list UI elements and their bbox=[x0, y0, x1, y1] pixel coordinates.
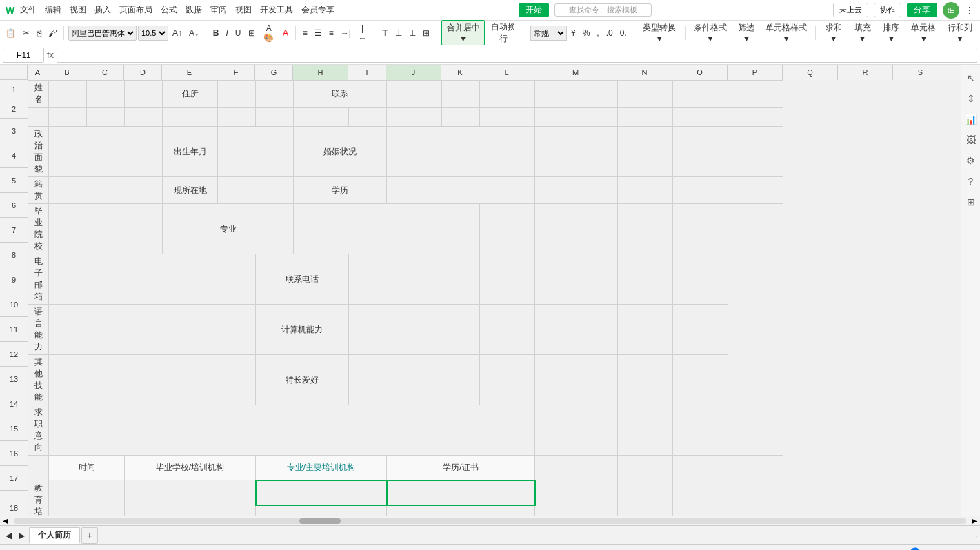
merge-center-button[interactable]: 合并居中▼ bbox=[441, 20, 485, 45]
cell-m2[interactable] bbox=[535, 108, 618, 127]
sidebar-settings-icon[interactable]: ⚙ bbox=[963, 153, 979, 168]
user-avatar[interactable]: tE bbox=[943, 2, 959, 19]
cell-o1[interactable] bbox=[673, 81, 728, 108]
cell-j10[interactable]: 学历/证书 bbox=[387, 456, 535, 480]
menu-member[interactable]: 会员专享 bbox=[299, 3, 337, 17]
col-header-j[interactable]: J bbox=[386, 65, 441, 80]
cell-h4[interactable]: 学历 bbox=[294, 177, 387, 204]
cell-o6[interactable] bbox=[618, 254, 673, 305]
cell-m10[interactable] bbox=[535, 456, 618, 480]
decimal-increase-button[interactable]: .0 bbox=[603, 27, 616, 39]
percent-button[interactable]: % bbox=[580, 27, 593, 39]
sidebar-cursor-icon[interactable]: ↖ bbox=[963, 70, 979, 85]
col-header-m[interactable]: M bbox=[534, 65, 617, 80]
align-middle-button[interactable]: ⊥ bbox=[392, 27, 405, 39]
col-header-g[interactable]: G bbox=[255, 65, 293, 80]
single-cell-style-button[interactable]: 单元格样式▼ bbox=[761, 21, 811, 45]
cell-m4[interactable] bbox=[535, 177, 618, 204]
cell-m1[interactable] bbox=[535, 81, 618, 108]
type-convert-button[interactable]: 类型转换▼ bbox=[639, 21, 681, 45]
cell-j4[interactable] bbox=[387, 177, 535, 204]
cell-f4[interactable] bbox=[218, 177, 294, 204]
wrap-text-button[interactable]: 自动换行 bbox=[486, 20, 521, 46]
scroll-track[interactable] bbox=[14, 518, 966, 524]
cell-f2[interactable] bbox=[218, 108, 256, 127]
search-box[interactable]: 查找命令、搜索模板 bbox=[554, 3, 652, 17]
cell-i2[interactable] bbox=[349, 108, 387, 127]
cell-j2[interactable] bbox=[387, 108, 442, 127]
cell-g2[interactable] bbox=[256, 108, 294, 127]
cell-m6[interactable] bbox=[480, 254, 535, 305]
cell-a6[interactable]: 电子邮箱 bbox=[28, 254, 49, 305]
col-header-t[interactable]: T bbox=[948, 65, 961, 80]
cell-p10[interactable] bbox=[728, 456, 783, 480]
scroll-right-icon[interactable]: ▶ bbox=[969, 517, 980, 524]
cell-h3[interactable]: 婚姻状况 bbox=[294, 127, 387, 177]
col-header-n[interactable]: N bbox=[617, 65, 672, 80]
cell-h2[interactable] bbox=[294, 108, 349, 127]
fill-button[interactable]: 填充▼ bbox=[849, 21, 877, 45]
sidebar-grid-icon[interactable]: ⊞ bbox=[963, 194, 979, 210]
font-name-select[interactable]: 阿里巴巴普惠体 bbox=[68, 26, 137, 41]
cell-l2[interactable] bbox=[480, 108, 535, 127]
cell-o2[interactable] bbox=[673, 108, 728, 127]
filter-button[interactable]: 筛选▼ bbox=[733, 21, 761, 45]
cell-b2[interactable] bbox=[49, 108, 87, 127]
collab-button[interactable]: 协作 bbox=[874, 3, 901, 17]
cell-m3[interactable] bbox=[535, 127, 618, 177]
cell-b3[interactable] bbox=[49, 127, 163, 177]
start-button[interactable]: 开始 bbox=[519, 3, 549, 17]
cell-m7[interactable] bbox=[480, 305, 535, 355]
cell-a11[interactable]: 教育培训经历 bbox=[28, 480, 49, 516]
scroll-left-icon[interactable]: ◀ bbox=[0, 517, 11, 524]
cell-b7[interactable] bbox=[49, 305, 256, 355]
cell-p9[interactable] bbox=[728, 405, 783, 456]
cell-p6[interactable] bbox=[673, 254, 728, 305]
number-format-select[interactable]: 常规 bbox=[530, 26, 567, 41]
cell-h7[interactable]: 计算机能力 bbox=[256, 305, 349, 355]
cell-p11[interactable] bbox=[728, 480, 783, 505]
cell-o9[interactable] bbox=[673, 405, 728, 456]
cell-ref-input[interactable]: H11 bbox=[3, 48, 44, 63]
cell-p8[interactable] bbox=[673, 355, 728, 405]
col-header-b[interactable]: B bbox=[48, 65, 86, 80]
sheet-nav-right[interactable]: ▶ bbox=[16, 529, 28, 542]
cell-n6[interactable] bbox=[535, 254, 618, 305]
col-header-d[interactable]: D bbox=[124, 65, 162, 80]
align-center-button[interactable]: ☰ bbox=[312, 27, 325, 39]
cell-b6[interactable] bbox=[49, 254, 256, 305]
cell-d2[interactable] bbox=[125, 108, 163, 127]
cell-g1[interactable] bbox=[256, 81, 294, 108]
sum-button[interactable]: 求和▼ bbox=[820, 21, 848, 45]
align-bottom-button[interactable]: ⊥ bbox=[406, 27, 419, 39]
format-painter-button[interactable]: 🖌 bbox=[46, 27, 59, 39]
cell-d12[interactable] bbox=[125, 505, 256, 516]
cell-g10[interactable]: 专业/主要培训机构 bbox=[256, 456, 387, 480]
col-header-q[interactable]: Q bbox=[783, 65, 838, 80]
cell-b1[interactable] bbox=[49, 81, 87, 108]
cell-k1[interactable] bbox=[442, 81, 480, 108]
cell-o10[interactable] bbox=[673, 456, 728, 480]
col-header-f[interactable]: F bbox=[217, 65, 255, 80]
menu-view[interactable]: 视图 bbox=[67, 3, 89, 17]
share-button[interactable]: 分享 bbox=[907, 3, 937, 17]
conditional-format-button[interactable]: 条件格式▼ bbox=[690, 21, 732, 45]
border-button[interactable]: ⊞ bbox=[246, 27, 258, 39]
menu-file[interactable]: 文件 bbox=[17, 3, 39, 17]
menu-developer[interactable]: 开发工具 bbox=[257, 3, 296, 17]
font-size-select[interactable]: 10.5 bbox=[138, 26, 168, 41]
cell-p3[interactable] bbox=[728, 127, 783, 177]
sidebar-image-icon[interactable]: 🖼 bbox=[963, 132, 979, 147]
col-header-s[interactable]: S bbox=[893, 65, 948, 80]
font-color-button[interactable]: A bbox=[280, 27, 291, 39]
cut-button[interactable]: ✂ bbox=[20, 27, 32, 39]
align-left-button[interactable]: ≡ bbox=[300, 27, 310, 39]
increase-indent-button[interactable]: →| bbox=[338, 27, 354, 39]
cell-c2[interactable] bbox=[87, 108, 125, 127]
increase-font-button[interactable]: A↑ bbox=[170, 27, 185, 39]
cell-n9[interactable] bbox=[618, 405, 673, 456]
delete-cell-button[interactable]: 单元格▼ bbox=[906, 21, 941, 45]
cell-b11[interactable] bbox=[49, 480, 125, 505]
cell-j11[interactable] bbox=[387, 480, 535, 505]
sidebar-help-icon[interactable]: ? bbox=[963, 174, 979, 189]
